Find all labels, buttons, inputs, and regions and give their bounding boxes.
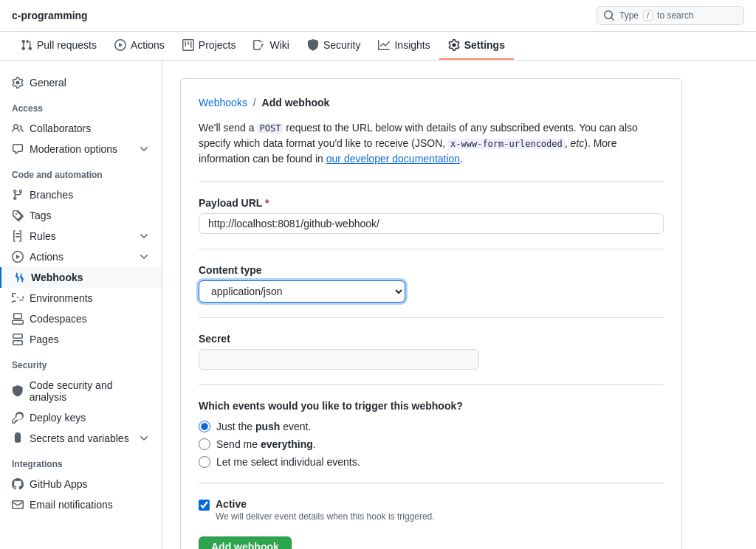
people-icon bbox=[12, 122, 24, 134]
sidebar-item-webhooks[interactable]: Webhooks bbox=[0, 267, 162, 288]
events-divider bbox=[199, 483, 664, 483]
sidebar-item-secrets[interactable]: Secrets and variables bbox=[0, 428, 162, 449]
active-checkbox[interactable] bbox=[199, 500, 210, 511]
settings-nav-icon bbox=[448, 39, 460, 51]
payload-divider bbox=[199, 249, 664, 249]
sidebar-code-section: Code and automation Branches Tags bbox=[0, 165, 162, 350]
events-section: Which events would you like to trigger t… bbox=[199, 400, 664, 468]
tab-wiki[interactable]: Wiki bbox=[244, 32, 298, 60]
sidebar-item-deploy-keys[interactable]: Deploy keys bbox=[0, 407, 162, 428]
sidebar-access-section: Access Collaborators Moderation options bbox=[0, 99, 162, 159]
tab-projects[interactable]: Projects bbox=[173, 32, 245, 60]
topbar: c-programming Type / to search bbox=[0, 0, 756, 32]
security-nav-icon bbox=[307, 39, 319, 51]
post-code: POST bbox=[257, 123, 283, 134]
radio-push-label: Just the push event. bbox=[216, 421, 311, 432]
rules-chevron-icon bbox=[138, 230, 150, 242]
add-webhook-button[interactable]: Add webhook bbox=[199, 536, 292, 549]
pages-icon bbox=[12, 334, 24, 345]
sidebar-item-general[interactable]: General bbox=[0, 72, 162, 93]
sidebar-tags-label: Tags bbox=[30, 210, 52, 221]
tag-icon bbox=[12, 210, 24, 221]
webhook-icon bbox=[13, 272, 25, 283]
search-icon bbox=[603, 10, 615, 21]
tab-actions[interactable]: Actions bbox=[106, 32, 173, 60]
email-icon bbox=[12, 499, 24, 511]
sidebar-item-environments[interactable]: Environments bbox=[0, 288, 162, 308]
breadcrumb-current: Add webhook bbox=[262, 97, 330, 108]
repo-title: c-programming bbox=[12, 10, 88, 21]
secret-label: Secret bbox=[199, 333, 664, 345]
sidebar-security-header: Security bbox=[0, 356, 162, 375]
active-description: We will deliver event details when this … bbox=[216, 511, 435, 522]
urlencoded-code: x-www-form-urlencoded bbox=[448, 139, 565, 149]
sidebar-item-codespaces[interactable]: Codespaces bbox=[0, 308, 162, 329]
secret-input[interactable] bbox=[199, 349, 479, 370]
radio-everything[interactable]: Send me everything. bbox=[199, 438, 664, 450]
sidebar-item-tags[interactable]: Tags bbox=[0, 205, 162, 226]
content-type-select[interactable]: application/json application/x-www-form-… bbox=[199, 280, 405, 303]
main-content: Webhooks / Add webhook We'll send a POST… bbox=[162, 61, 756, 549]
sidebar-item-email-notifications[interactable]: Email notifications bbox=[0, 494, 162, 515]
sidebar-code-security-label: Code security and analysis bbox=[30, 379, 150, 403]
sidebar-item-moderation[interactable]: Moderation options bbox=[0, 139, 162, 159]
sidebar-code-header: Code and automation bbox=[0, 165, 162, 184]
tab-security[interactable]: Security bbox=[298, 32, 370, 60]
secret-group: Secret bbox=[199, 333, 664, 370]
sidebar-rules-label: Rules bbox=[30, 230, 56, 242]
sidebar-item-code-security[interactable]: Code security and analysis bbox=[0, 375, 162, 407]
sidebar-branches-label: Branches bbox=[30, 189, 73, 201]
search-shortcut: / bbox=[643, 10, 653, 21]
actions-nav-icon bbox=[114, 39, 126, 51]
insights-icon bbox=[378, 39, 390, 51]
search-placeholder: Type bbox=[619, 10, 639, 21]
payload-url-label: Payload URL * bbox=[199, 197, 664, 209]
sidebar-item-actions[interactable]: Actions bbox=[0, 246, 162, 267]
sidebar-item-branches[interactable]: Branches bbox=[0, 184, 162, 205]
tab-insights[interactable]: Insights bbox=[369, 32, 439, 60]
moderation-icon bbox=[12, 143, 24, 155]
breadcrumb-separator: / bbox=[253, 97, 256, 108]
events-question: Which events would you like to trigger t… bbox=[199, 400, 664, 412]
webhook-description: We'll send a POST request to the URL bel… bbox=[199, 120, 664, 167]
etc-text: etc bbox=[571, 137, 585, 149]
radio-individual-input[interactable] bbox=[199, 456, 210, 468]
description-divider bbox=[199, 182, 664, 182]
sidebar-actions-label: Actions bbox=[30, 251, 63, 263]
radio-everything-input[interactable] bbox=[199, 438, 210, 450]
radio-individual[interactable]: Let me select individual events. bbox=[199, 456, 664, 468]
required-marker: * bbox=[265, 197, 269, 209]
radio-individual-label: Let me select individual events. bbox=[216, 456, 360, 468]
secrets-chevron-icon bbox=[138, 432, 150, 444]
rules-icon bbox=[12, 230, 24, 242]
active-group: Active We will deliver event details whe… bbox=[199, 498, 664, 522]
secret-divider bbox=[199, 384, 664, 385]
search-box[interactable]: Type / to search bbox=[597, 6, 744, 25]
tab-settings[interactable]: Settings bbox=[439, 32, 514, 60]
nav-tabs: Pull requests Actions Projects Wiki Secu… bbox=[0, 32, 756, 61]
environments-icon bbox=[12, 292, 24, 304]
github-apps-icon bbox=[12, 478, 24, 490]
sidebar-item-rules[interactable]: Rules bbox=[0, 226, 162, 246]
sidebar-item-github-apps[interactable]: GitHub Apps bbox=[0, 474, 162, 494]
payload-url-input[interactable] bbox=[199, 213, 664, 234]
tab-pull-requests[interactable]: Pull requests bbox=[12, 32, 106, 60]
sidebar-collaborators-label: Collaborators bbox=[30, 122, 91, 134]
radio-push-input[interactable] bbox=[199, 421, 210, 432]
developer-docs-link[interactable]: our developer documentation bbox=[326, 153, 460, 165]
radio-everything-label: Send me everything. bbox=[216, 438, 316, 450]
layout: General Access Collaborators bbox=[0, 61, 756, 549]
sidebar-general-label: General bbox=[30, 77, 66, 89]
content-type-group: Content type application/json applicatio… bbox=[199, 264, 664, 303]
breadcrumb-parent[interactable]: Webhooks bbox=[199, 97, 247, 108]
projects-icon bbox=[182, 39, 194, 51]
radio-push-event[interactable]: Just the push event. bbox=[199, 421, 664, 432]
code-security-icon bbox=[12, 385, 24, 397]
content-type-label: Content type bbox=[199, 264, 664, 276]
sidebar-item-pages[interactable]: Pages bbox=[0, 329, 162, 350]
sidebar-integrations-header: Integrations bbox=[0, 455, 162, 474]
sidebar-item-collaborators[interactable]: Collaborators bbox=[0, 118, 162, 139]
secrets-icon bbox=[12, 432, 24, 444]
codespaces-icon bbox=[12, 313, 24, 325]
gear-icon bbox=[12, 77, 24, 89]
